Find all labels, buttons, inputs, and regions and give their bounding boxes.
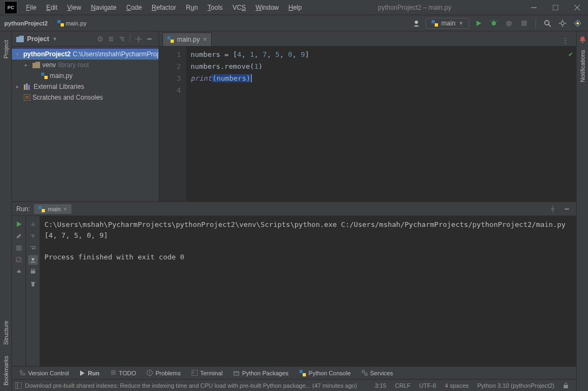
svg-rect-1 (553, 5, 558, 10)
inspection-ok-icon[interactable]: ✔ (569, 50, 573, 58)
breadcrumb-root[interactable]: pythonProject2 (4, 20, 48, 27)
pin-button[interactable] (14, 267, 24, 277)
menu-help[interactable]: Help (284, 2, 306, 14)
menu-tools[interactable]: Tools (203, 2, 227, 14)
statusbar-encoding[interactable]: UTF-8 (415, 382, 440, 389)
chevron-down-icon: ▼ (459, 21, 463, 26)
settings-button[interactable] (557, 17, 569, 29)
run-tab-main[interactable]: main × (34, 204, 71, 214)
debug-button[interactable] (488, 17, 500, 29)
menu-edit[interactable]: Edit (42, 2, 62, 14)
statusbar-lock-icon[interactable] (559, 382, 573, 389)
menu-view[interactable]: View (63, 2, 86, 14)
menu-file[interactable]: File (22, 2, 41, 14)
project-tree[interactable]: ▾ pythonProject2 C:\Users\mshah\PycharmP… (12, 47, 159, 105)
rerun-button[interactable] (14, 219, 24, 229)
run-settings-icon[interactable] (548, 204, 558, 214)
svg-point-74 (149, 374, 150, 374)
notifications-bell-icon[interactable] (578, 35, 587, 44)
svg-rect-5 (61, 23, 64, 27)
coverage-button[interactable] (503, 17, 515, 29)
code-line-3[interactable]: print(numbers) (191, 73, 576, 84)
modify-run-config-button[interactable] (14, 231, 24, 241)
statusbar-interpreter[interactable]: Python 3.10 (pythonProject2) (473, 382, 559, 389)
statusbar-line-ending[interactable]: CRLF (391, 382, 415, 389)
bottombar-problems[interactable]: Problems (142, 369, 185, 377)
menu-code[interactable]: Code (122, 2, 146, 14)
expand-all-icon[interactable] (106, 34, 116, 44)
statusbar-indent[interactable]: 4 spaces (440, 382, 473, 389)
statusbar-message[interactable]: Download pre-built shared indexes: Reduc… (25, 382, 370, 389)
hide-pane-icon[interactable] (145, 34, 154, 44)
code-with-me-icon[interactable] (572, 17, 584, 29)
close-tab-icon[interactable]: × (63, 206, 67, 212)
code-line-1[interactable]: numbers = [4, 1, 7, 5, 0, 9] (191, 49, 576, 61)
svg-point-65 (20, 370, 22, 373)
collapse-all-icon[interactable] (117, 34, 127, 44)
svg-point-6 (415, 21, 418, 24)
minimize-button[interactable] (523, 0, 545, 15)
run-config-selector[interactable]: main ▼ (426, 18, 469, 29)
user-icon[interactable] (410, 17, 422, 29)
bottombar-terminal[interactable]: Terminal (187, 369, 227, 377)
maximize-button[interactable] (545, 0, 566, 15)
menu-vcs[interactable]: VCS (228, 2, 250, 14)
tree-root[interactable]: ▾ pythonProject2 C:\Users\mshah\PycharmP… (12, 49, 159, 60)
clear-button[interactable] (28, 279, 38, 289)
bottombar-todo[interactable]: TODO (106, 369, 141, 377)
settings-icon[interactable] (134, 34, 143, 44)
breadcrumb-file[interactable]: main.py (57, 20, 87, 27)
run-config-name: main (441, 19, 455, 27)
tree-venv[interactable]: ▸ venv library root (12, 60, 159, 70)
close-tab-icon[interactable]: × (203, 36, 207, 43)
tab-options-icon[interactable]: ⋮ (560, 35, 571, 46)
svg-point-32 (138, 38, 140, 40)
svg-rect-84 (564, 385, 568, 388)
svg-marker-68 (80, 370, 84, 376)
svg-rect-80 (362, 370, 364, 373)
svg-line-13 (496, 21, 498, 22)
print-button[interactable] (28, 267, 38, 277)
up-stack-button[interactable] (28, 219, 38, 229)
terminal-icon (192, 370, 198, 376)
sidebar-tab-project[interactable]: Project (2, 35, 10, 64)
down-stack-button[interactable] (28, 231, 38, 241)
hide-run-icon[interactable] (562, 204, 572, 214)
tree-file-main[interactable]: main.py (12, 70, 159, 81)
project-pane-title[interactable]: Project ▼ (27, 35, 92, 43)
python-file-icon (57, 20, 64, 27)
svg-marker-54 (17, 221, 22, 227)
locate-icon[interactable] (95, 34, 105, 44)
soft-wrap-button[interactable] (28, 243, 38, 253)
menu-navigate[interactable]: Navigate (87, 2, 121, 14)
tree-scratches[interactable]: Scratches and Consoles (12, 92, 159, 103)
stop-button[interactable] (518, 17, 530, 29)
statusbar-window-icon[interactable] (15, 382, 22, 389)
tree-external-libraries[interactable]: ▸ External Libraries (12, 81, 159, 92)
menu-run[interactable]: Run (181, 2, 202, 14)
code-editor[interactable]: 1 2 3 4 numbers = [4, 1, 7, 5, 0, 9] num… (159, 47, 576, 201)
bottombar-run[interactable]: Run (75, 369, 103, 377)
bottombar-python-console[interactable]: Python Console (295, 369, 355, 377)
bottombar-services[interactable]: Services (357, 369, 397, 377)
code-line-2[interactable]: numbers.remove(1) (191, 61, 576, 73)
python-icon (299, 370, 306, 376)
bottombar-python-packages[interactable]: Python Packages (229, 369, 293, 377)
editor-tab-main[interactable]: main.py × (162, 32, 212, 46)
close-button[interactable] (566, 0, 588, 15)
run-button[interactable] (473, 17, 485, 29)
statusbar-position[interactable]: 3:15 (370, 382, 390, 389)
stop-run-button[interactable] (14, 243, 24, 253)
bottombar-version-control[interactable]: Version Control (15, 369, 73, 377)
menu-refactor[interactable]: Refactor (147, 2, 180, 14)
run-console[interactable]: C:\Users\mshah\PycharmProjects\pythonPro… (40, 216, 576, 366)
window-title: pythonProject2 – main.py (306, 4, 523, 11)
search-everywhere-button[interactable] (541, 17, 553, 29)
sidebar-tab-structure[interactable]: Structure (2, 315, 10, 350)
sidebar-tab-bookmarks[interactable]: Bookmarks (2, 350, 10, 391)
menu-window[interactable]: Window (251, 2, 283, 14)
scroll-end-button[interactable] (28, 255, 38, 265)
dump-threads-button[interactable] (14, 255, 24, 265)
sidebar-tab-notifications[interactable]: Notifications (578, 44, 587, 88)
svg-rect-38 (41, 73, 44, 76)
